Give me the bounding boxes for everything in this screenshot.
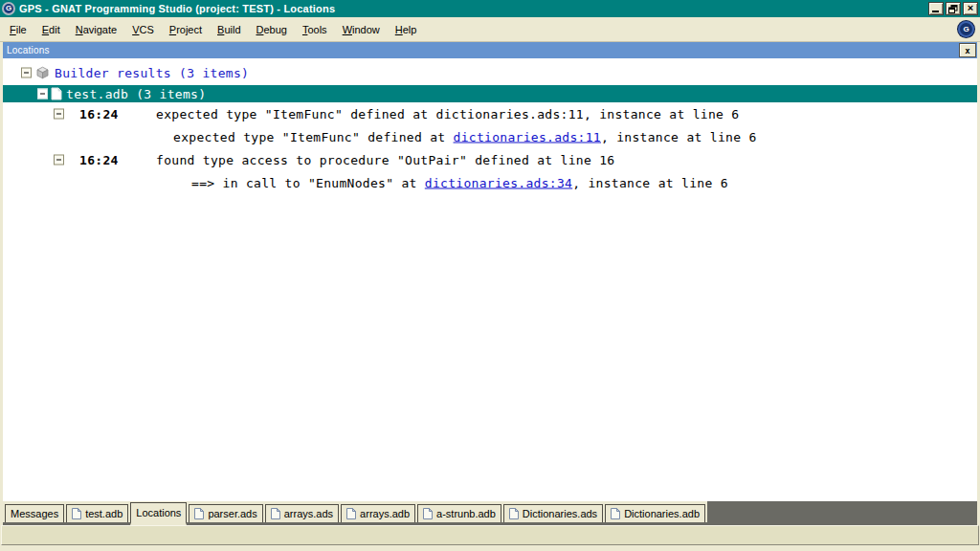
- menu-help[interactable]: Help: [388, 21, 425, 38]
- minimize-icon: [932, 11, 939, 12]
- file-icon: [509, 508, 519, 519]
- tab-parser-ads[interactable]: parser.ads: [189, 504, 262, 522]
- tab-test-adb[interactable]: test.adb: [66, 504, 128, 522]
- locations-panel-header: Locations x: [3, 42, 977, 58]
- menu-build[interactable]: Build: [210, 21, 248, 38]
- restore-button[interactable]: [946, 2, 961, 15]
- menu-edit[interactable]: Edit: [34, 21, 68, 38]
- restore-icon: [948, 5, 958, 13]
- tree-row-builder-results[interactable]: Builder results (3 items): [3, 62, 977, 82]
- file-icon: [423, 508, 433, 519]
- minimize-button[interactable]: [928, 2, 944, 15]
- tab-messages[interactable]: Messages: [5, 504, 64, 522]
- category-cube-icon: [35, 66, 50, 79]
- menu-bar: File Edit Navigate VCS Project Build Deb…: [0, 17, 980, 42]
- menu-vcs[interactable]: VCS: [124, 21, 162, 38]
- app-icon-letter: G: [6, 5, 11, 12]
- gps-main-window: G GPS - GNAT Programming Studio (project…: [0, 0, 980, 551]
- app-icon: G: [2, 2, 15, 15]
- menu-file[interactable]: File: [2, 21, 34, 38]
- collapse-expander-icon[interactable]: [54, 109, 64, 120]
- title-bar: G GPS - GNAT Programming Studio (project…: [0, 0, 980, 17]
- builder-results-label: Builder results (3 items): [55, 65, 249, 79]
- collapse-expander-icon[interactable]: [21, 67, 32, 77]
- tab-arrays-ads[interactable]: arrays.ads: [265, 504, 339, 522]
- file-location-link[interactable]: dictionaries.ads:34: [425, 176, 572, 190]
- tab-dictionaries-adb[interactable]: Dictionaries.adb: [605, 504, 705, 522]
- file-icon: [271, 508, 280, 519]
- file-location-link[interactable]: dictionaries.ads:11: [454, 130, 601, 144]
- window-title: GPS - GNAT Programming Studio (project: …: [19, 3, 335, 14]
- tree-row-message-detail[interactable]: expected type "ItemFunc" defined at dict…: [3, 125, 977, 148]
- file-icon: [611, 508, 620, 519]
- collapse-expander-icon[interactable]: [54, 155, 64, 165]
- window-bottom-edge: [0, 545, 980, 551]
- panel-close-button[interactable]: x: [959, 43, 976, 57]
- menu-debug[interactable]: Debug: [249, 21, 295, 38]
- message-location: 16:24: [79, 107, 119, 121]
- tree-row-message[interactable]: 16:24 expected type "ItemFunc" defined a…: [3, 102, 977, 125]
- file-icon: [346, 508, 356, 519]
- message-location: 16:24: [79, 153, 119, 167]
- file-icon: [194, 508, 204, 519]
- panel-title: Locations: [7, 45, 50, 55]
- window-controls: ×: [928, 2, 978, 15]
- tab-strip-filler: [707, 501, 977, 525]
- menu-navigate[interactable]: Navigate: [68, 21, 124, 38]
- menu-tools[interactable]: Tools: [295, 21, 335, 38]
- tree-row-message-detail[interactable]: ==> in call to "EnumNodes" at dictionari…: [3, 171, 977, 194]
- message-detail-text: ==> in call to "EnumNodes" at dictionari…: [191, 176, 728, 190]
- file-row-label: test.adb (3 items): [66, 87, 206, 101]
- message-detail-text: expected type "ItemFunc" defined at dict…: [173, 130, 757, 144]
- tree-row-message[interactable]: 16:24 found type access to procedure "Ou…: [3, 148, 977, 171]
- status-bar: [1, 525, 979, 545]
- message-text: found type access to procedure "OutPair"…: [156, 153, 614, 167]
- locations-tree: Builder results (3 items) test.adb (3 it…: [3, 58, 977, 501]
- close-button[interactable]: ×: [963, 2, 978, 15]
- message-text: expected type "ItemFunc" defined at dict…: [156, 107, 740, 121]
- tab-dictionaries-ads[interactable]: Dictionaries.ads: [503, 504, 603, 522]
- mdi-client-area: Locations x Builder results (3 items): [0, 42, 980, 525]
- tab-arrays-adb[interactable]: arrays.adb: [341, 504, 415, 522]
- bottom-tab-strip: Messages test.adb Locations parser.ads a…: [3, 501, 977, 525]
- close-icon: ×: [968, 3, 973, 13]
- collapse-expander-icon[interactable]: [37, 89, 48, 99]
- gps-throbber-icon: G: [958, 21, 974, 37]
- file-icon: [51, 87, 62, 100]
- tree-row-test-adb[interactable]: test.adb (3 items): [3, 85, 977, 102]
- tab-locations[interactable]: Locations: [130, 502, 187, 525]
- menu-project[interactable]: Project: [162, 21, 210, 38]
- tab-a-strunb-adb[interactable]: a-strunb.adb: [417, 504, 501, 522]
- file-icon: [72, 508, 81, 519]
- menu-window[interactable]: Window: [335, 21, 388, 38]
